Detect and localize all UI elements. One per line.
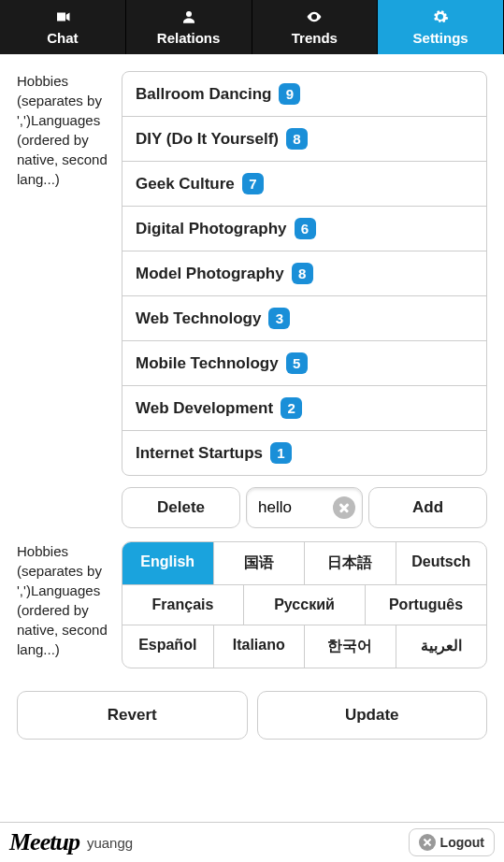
language-option[interactable]: Русский	[244, 585, 366, 625]
hobby-count-badge: 2	[281, 397, 302, 419]
language-option[interactable]: 日本語	[305, 542, 396, 585]
tab-relations[interactable]: Relations	[126, 0, 252, 54]
delete-button[interactable]: Delete	[122, 487, 240, 528]
tab-label: Trends	[292, 30, 338, 46]
tab-settings[interactable]: Settings	[378, 0, 504, 54]
hobby-text: Mobile Technology	[136, 354, 279, 373]
close-icon	[419, 834, 436, 851]
hobby-item[interactable]: Model Photography8	[122, 251, 486, 296]
svg-point-0	[186, 11, 192, 17]
language-option[interactable]: Español	[122, 625, 214, 668]
hobby-item[interactable]: Mobile Technology5	[122, 341, 486, 386]
language-option[interactable]: 한국어	[305, 625, 396, 668]
language-option[interactable]: العربية	[396, 625, 487, 668]
revert-button[interactable]: Revert	[17, 691, 248, 740]
footer: Meetup yuangg Logout	[0, 822, 504, 862]
hobby-count-badge: 5	[286, 352, 308, 374]
language-option[interactable]: Deutsch	[396, 542, 487, 585]
hobby-item[interactable]: DIY (Do It Yourself)8	[122, 117, 486, 162]
hobby-item[interactable]: Digital Photography6	[122, 207, 486, 251]
hobby-count-badge: 8	[292, 263, 313, 284]
person-icon	[180, 8, 197, 30]
hobby-item[interactable]: Web Development2	[122, 386, 486, 431]
hobby-item[interactable]: Ballroom Dancing9	[122, 72, 486, 117]
video-icon	[54, 8, 71, 30]
hobby-item[interactable]: Internet Startups1	[122, 431, 486, 475]
language-option[interactable]: 国语	[214, 542, 306, 585]
brand-logo: Meetup	[9, 828, 79, 856]
tab-label: Chat	[47, 30, 78, 46]
logout-label: Logout	[440, 835, 484, 850]
hobby-count-badge: 9	[279, 83, 300, 105]
tab-label: Relations	[157, 30, 221, 46]
gear-icon	[432, 8, 449, 30]
language-option[interactable]: Italiano	[214, 625, 306, 668]
username: yuangg	[87, 835, 133, 851]
language-option[interactable]: English	[122, 542, 214, 585]
hobby-count-badge: 3	[268, 308, 290, 329]
language-grid: English国语日本語DeutschFrançaisРусскийPortug…	[122, 541, 487, 668]
tab-label: Settings	[413, 30, 468, 46]
hobby-text: Geek Culture	[136, 175, 235, 194]
hobby-text: Internet Startups	[136, 444, 263, 463]
clear-input-icon[interactable]	[333, 496, 355, 519]
eye-icon	[306, 8, 323, 30]
logout-button[interactable]: Logout	[409, 828, 495, 856]
hobby-text: Web Development	[136, 399, 273, 418]
languages-label: Hobbies (separates by ',')Languages (ord…	[17, 541, 122, 668]
hobby-text: Ballroom Dancing	[136, 85, 271, 104]
hobby-text: Model Photography	[136, 265, 284, 283]
tab-trends[interactable]: Trends	[252, 0, 379, 54]
hobby-count-badge: 8	[286, 128, 308, 150]
hobby-count-badge: 6	[295, 218, 316, 239]
language-option[interactable]: Français	[122, 585, 244, 625]
hobby-text: Web Technology	[136, 309, 261, 328]
hobby-text: Digital Photography	[136, 220, 287, 238]
hobby-item[interactable]: Geek Culture7	[122, 162, 486, 207]
tab-chat[interactable]: Chat	[0, 0, 126, 54]
hobbies-label: Hobbies (separates by ',')Languages (ord…	[17, 71, 122, 528]
add-button[interactable]: Add	[368, 487, 487, 528]
language-option[interactable]: Português	[366, 585, 486, 625]
hobby-item[interactable]: Web Technology3	[122, 296, 486, 341]
hobby-text: DIY (Do It Yourself)	[136, 130, 279, 149]
top-nav: ChatRelationsTrendsSettings	[0, 0, 504, 54]
hobby-list: Ballroom Dancing9DIY (Do It Yourself)8Ge…	[122, 71, 487, 476]
hobby-count-badge: 1	[270, 442, 292, 464]
update-button[interactable]: Update	[257, 691, 488, 740]
hobby-count-badge: 7	[242, 173, 264, 194]
